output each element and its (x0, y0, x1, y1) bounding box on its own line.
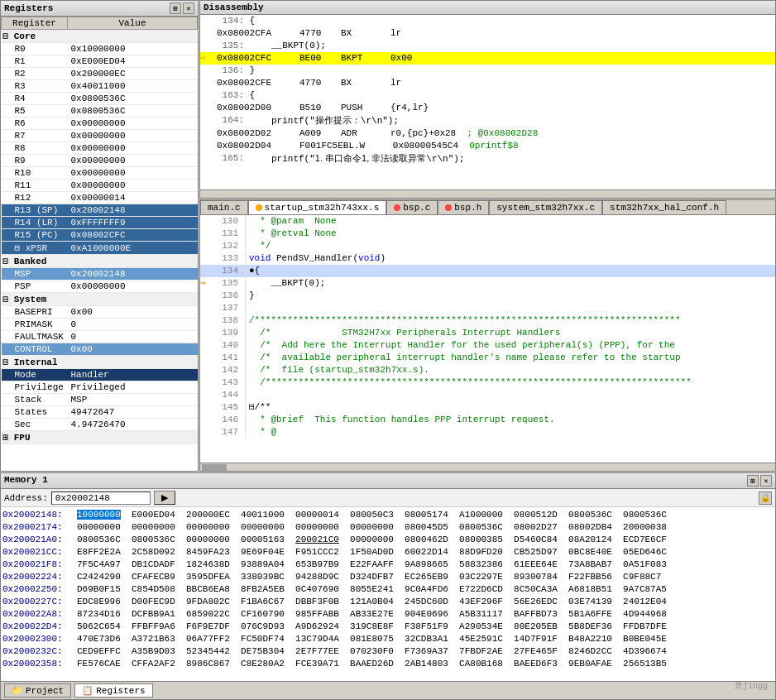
tab-project[interactable]: 📁 Project (4, 683, 71, 698)
memory-titlebar-buttons: ⊞ ✕ (747, 475, 772, 487)
memory-title: Memory 1 (4, 475, 48, 487)
reg-CONTROL[interactable]: CONTROL0x00 (2, 343, 198, 356)
reg-R8[interactable]: R80x00000000 (2, 142, 198, 155)
reg-R13[interactable]: R13 (SP)0x20002148 (2, 204, 198, 217)
src-line-137: 137 (200, 302, 775, 314)
reg-R1[interactable]: R10xE000ED04 (2, 55, 198, 68)
titlebar-buttons: ⊞ ✕ (170, 2, 194, 14)
registers-panel: Registers ⊞ ✕ Register Value (0, 0, 199, 472)
reg-Stack[interactable]: StackMSP (2, 394, 198, 406)
mem-row-7: 0x2000227C: EDC8E996 D00FEC9D 9FDA802C F… (2, 596, 774, 608)
system-group-header[interactable]: ⊟ System (2, 293, 198, 306)
memory-close-button[interactable]: ✕ (760, 475, 772, 487)
reg-R9[interactable]: R90x00000000 (2, 155, 198, 167)
tab-bsp-h[interactable]: bsp.h (438, 200, 489, 214)
src-line-144: 144 (200, 389, 775, 401)
reg-R15[interactable]: R15 (PC)0x08002CFC (2, 229, 198, 242)
reg-PSP[interactable]: PSP0x00000000 (2, 280, 198, 293)
reg-R7[interactable]: R70x00000000 (2, 130, 198, 142)
core-group-header[interactable]: ⊟ Core (2, 30, 198, 43)
project-icon: 📁 (12, 685, 23, 696)
tab-startup[interactable]: startup_stm32h743xx.s (248, 200, 387, 214)
col-register: Register (2, 17, 68, 30)
reg-PRIMASK[interactable]: PRIMASK0 (2, 319, 198, 331)
reg-Mode[interactable]: ModeHandler (2, 369, 198, 381)
disassembly-content[interactable]: 134: { 0x08002CFA 4770 BX lr 135: _ (200, 15, 775, 189)
pin-button[interactable]: ⊞ (170, 2, 181, 14)
source-content[interactable]: 130 * @param None 131 * @retval None 132… (200, 215, 775, 463)
memory-content[interactable]: 0x20002148: 10000000 E000ED04 200000EC 4… (1, 507, 775, 681)
src-line-134: 134 ●{ (200, 265, 775, 277)
reg-Sec[interactable]: Sec4.94726470 (2, 419, 198, 431)
mem-row-3: 0x200021CC: E8FF2E2A 2C58D092 8459FA23 9… (2, 546, 774, 559)
col-value: Value (68, 17, 198, 30)
memory-address-input[interactable] (51, 491, 151, 505)
source-scrollbar-h[interactable] (200, 463, 775, 471)
reg-BASEPRI[interactable]: BASEPRI0x00 (2, 306, 198, 319)
reg-Privilege[interactable]: PrivilegePrivileged (2, 381, 198, 394)
reg-R5[interactable]: R50x0800536C (2, 105, 198, 117)
src-line-138: 138 /***********************************… (200, 314, 775, 327)
disasm-line-135: 135: __BKPT(0); (200, 40, 775, 52)
src-line-142: 142 /* file (startup_stm32h7xx.s). (200, 364, 775, 376)
reg-States[interactable]: States49472647 (2, 406, 198, 419)
lock-icon[interactable]: 🔒 (759, 491, 772, 505)
src-line-147: 147 * @ (200, 426, 775, 439)
mem-row-0: 0x20002148: 10000000 E000ED04 200000EC 4… (2, 509, 774, 521)
tab-dot-bsp-c (394, 204, 400, 211)
src-line-139: 139 /* STM32H7xx Peripherals Interrupt H… (200, 327, 775, 339)
disasm-line-134: 134: { (200, 15, 775, 27)
disasm-scrollbar-h[interactable] (200, 189, 775, 198)
fpu-group-header[interactable]: ⊞ FPU (2, 431, 198, 444)
tab-hal-conf[interactable]: stm32h7xx_hal_conf.h (602, 200, 726, 214)
tab-registers[interactable]: 📋 Registers (74, 683, 152, 698)
src-line-131: 131 * @retval None (200, 228, 775, 240)
tab-dot-startup (256, 204, 262, 211)
mem-row-2: 0x200021A0: 0800536C 0800536C 00000000 0… (2, 534, 774, 546)
mem-row-5: 0x20002224: C2424290 CFAFECB9 3595DFEA 3… (2, 571, 774, 583)
close-button[interactable]: ✕ (183, 2, 194, 14)
mem-row-12: 0x20002358: FE576CAE CFFA2AF2 8986C867 C… (2, 658, 774, 670)
reg-FAULTMASK[interactable]: FAULTMASK0 (2, 331, 198, 343)
reg-MSP[interactable]: MSP0x20002148 (2, 268, 198, 280)
tab-dot-bsp-h (445, 204, 452, 211)
tab-system[interactable]: system_stm32h7xx.c (489, 200, 602, 214)
mem-row-8: 0x200022A8: 87234D16 DCFBB9A1 6859022C C… (2, 608, 774, 621)
reg-R4[interactable]: R40x0800536C (2, 93, 198, 105)
disasm-current-arrow: ⇒ (200, 52, 217, 65)
src-line-132: 132 */ (200, 240, 775, 252)
mem-row-10: 0x20002300: 470E73D6 A3721B63 06A77FF2 F… (2, 633, 774, 645)
disasm-line-addr-CFE: 0x08002CFE 4770 BX lr (200, 77, 775, 89)
reg-R10[interactable]: R100x00000000 (2, 167, 198, 180)
disasm-line-163: 163: { (200, 89, 775, 102)
banked-group-header[interactable]: ⊟ Banked (2, 255, 198, 268)
registers-scroll[interactable]: Register Value ⊟ Core R00x10000000 R10xE… (1, 17, 198, 471)
tab-main-c[interactable]: main.c (200, 200, 248, 214)
reg-R6[interactable]: R60x00000000 (2, 117, 198, 130)
src-line-135: ⇒ 135 __BKPT(0); (200, 277, 775, 290)
address-label: Address: (4, 493, 48, 503)
main-container: Registers ⊞ ✕ Register Value (0, 0, 776, 700)
tab-bsp-c[interactable]: bsp.c (386, 200, 438, 214)
scrollbar-thumb[interactable] (202, 464, 227, 471)
registers-table: Register Value ⊟ Core R00x10000000 R10xE… (1, 17, 198, 444)
bottom-tab-row: 📁 Project 📋 Registers (1, 681, 775, 699)
disasm-line-addr-D04: 0x08002D04 F001FC5E BL.W 0x08000545C4 0p… (200, 140, 775, 152)
reg-R3[interactable]: R30x40011000 (2, 80, 198, 93)
reg-R14[interactable]: R14 (LR)0xFFFFFFF9 (2, 217, 198, 229)
internal-group-header[interactable]: ⊟ Internal (2, 356, 198, 369)
disasm-arrow-135 (200, 40, 217, 52)
reg-xPSR[interactable]: ⊟ xPSR0xA1000000E (2, 242, 198, 255)
disasm-arrow-blank (200, 27, 217, 40)
src-line-140: 140 /* Add here the Interrupt Handler fo… (200, 339, 775, 352)
mem-row-1: 0x20002174: 00000000 00000000 00000000 0… (2, 521, 774, 534)
memory-pin-button[interactable]: ⊞ (747, 475, 759, 487)
disasm-line-addr-D02: 0x08002D02 A009 ADR r0,{pc}+0x28 ; @0x08… (200, 127, 775, 140)
reg-R2[interactable]: R20x200000EC (2, 68, 198, 80)
reg-R0[interactable]: R00x10000000 (2, 43, 198, 55)
reg-R11[interactable]: R110x00000000 (2, 180, 198, 192)
disassembly-title: Disassembly (204, 2, 264, 12)
reg-R12[interactable]: R120x00000014 (2, 192, 198, 204)
current-line-arrow: ⇒ (200, 277, 217, 290)
memory-go-button[interactable]: ▶ (154, 491, 175, 505)
